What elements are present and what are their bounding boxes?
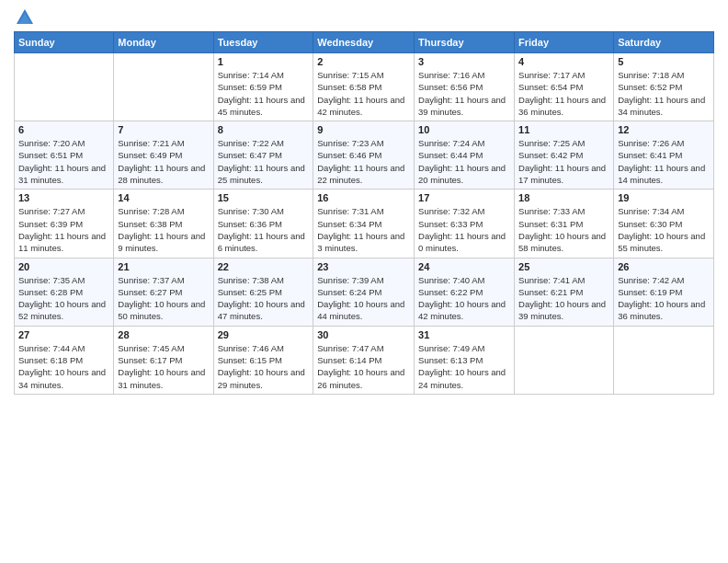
- day-number: 18: [518, 192, 609, 203]
- day-number: 9: [317, 124, 410, 135]
- col-friday: Friday: [515, 32, 614, 53]
- day-info: Sunrise: 7:46 AM Sunset: 6:15 PM Dayligh…: [218, 342, 310, 391]
- page-container: Sunday Monday Tuesday Wednesday Thursday…: [0, 0, 728, 399]
- calendar-cell: 13Sunrise: 7:27 AM Sunset: 6:39 PM Dayli…: [15, 190, 114, 258]
- day-info: Sunrise: 7:31 AM Sunset: 6:34 PM Dayligh…: [317, 205, 410, 254]
- calendar-cell: 12Sunrise: 7:26 AM Sunset: 6:41 PM Dayli…: [614, 121, 714, 190]
- calendar-cell: 14Sunrise: 7:28 AM Sunset: 6:38 PM Dayli…: [114, 190, 213, 258]
- day-info: Sunrise: 7:30 AM Sunset: 6:36 PM Dayligh…: [218, 205, 310, 254]
- day-info: Sunrise: 7:22 AM Sunset: 6:47 PM Dayligh…: [218, 137, 310, 186]
- day-number: 16: [317, 192, 410, 203]
- header: [14, 9, 714, 24]
- day-number: 28: [118, 329, 209, 340]
- calendar-week-row: 13Sunrise: 7:27 AM Sunset: 6:39 PM Dayli…: [15, 190, 714, 258]
- day-number: 26: [618, 261, 710, 272]
- calendar-cell: 5Sunrise: 7:18 AM Sunset: 6:52 PM Daylig…: [614, 53, 714, 121]
- day-number: 8: [218, 124, 310, 135]
- day-number: 24: [418, 261, 510, 272]
- calendar-cell: 2Sunrise: 7:15 AM Sunset: 6:58 PM Daylig…: [313, 53, 415, 121]
- day-number: 5: [618, 56, 710, 67]
- day-info: Sunrise: 7:24 AM Sunset: 6:44 PM Dayligh…: [418, 137, 510, 186]
- calendar-week-row: 1Sunrise: 7:14 AM Sunset: 6:59 PM Daylig…: [15, 53, 714, 121]
- day-info: Sunrise: 7:47 AM Sunset: 6:14 PM Dayligh…: [317, 342, 410, 391]
- day-info: Sunrise: 7:34 AM Sunset: 6:30 PM Dayligh…: [618, 205, 710, 254]
- day-number: 1: [218, 56, 310, 67]
- calendar-cell: 15Sunrise: 7:30 AM Sunset: 6:36 PM Dayli…: [213, 190, 313, 258]
- day-info: Sunrise: 7:45 AM Sunset: 6:17 PM Dayligh…: [118, 342, 209, 391]
- day-info: Sunrise: 7:23 AM Sunset: 6:46 PM Dayligh…: [317, 137, 410, 186]
- day-number: 22: [218, 261, 310, 272]
- calendar-cell: 8Sunrise: 7:22 AM Sunset: 6:47 PM Daylig…: [213, 121, 313, 190]
- day-info: Sunrise: 7:40 AM Sunset: 6:22 PM Dayligh…: [418, 274, 510, 323]
- day-number: 31: [418, 329, 510, 340]
- day-info: Sunrise: 7:28 AM Sunset: 6:38 PM Dayligh…: [118, 205, 209, 254]
- day-info: Sunrise: 7:25 AM Sunset: 6:42 PM Dayligh…: [518, 137, 609, 186]
- day-info: Sunrise: 7:39 AM Sunset: 6:24 PM Dayligh…: [317, 274, 410, 323]
- day-info: Sunrise: 7:37 AM Sunset: 6:27 PM Dayligh…: [118, 274, 209, 323]
- day-number: 3: [418, 56, 510, 67]
- day-info: Sunrise: 7:32 AM Sunset: 6:33 PM Dayligh…: [418, 205, 510, 254]
- calendar-cell: 16Sunrise: 7:31 AM Sunset: 6:34 PM Dayli…: [313, 190, 415, 258]
- day-number: 15: [218, 192, 310, 203]
- day-info: Sunrise: 7:44 AM Sunset: 6:18 PM Dayligh…: [18, 342, 109, 391]
- day-number: 21: [118, 261, 209, 272]
- day-number: 17: [418, 192, 510, 203]
- day-info: Sunrise: 7:21 AM Sunset: 6:49 PM Dayligh…: [118, 137, 209, 186]
- calendar-table: Sunday Monday Tuesday Wednesday Thursday…: [14, 31, 714, 395]
- day-number: 23: [317, 261, 410, 272]
- calendar-cell: 11Sunrise: 7:25 AM Sunset: 6:42 PM Dayli…: [515, 121, 614, 190]
- col-monday: Monday: [114, 32, 213, 53]
- day-number: 10: [418, 124, 510, 135]
- day-info: Sunrise: 7:33 AM Sunset: 6:31 PM Dayligh…: [518, 205, 609, 254]
- calendar-cell: [515, 326, 614, 394]
- day-info: Sunrise: 7:16 AM Sunset: 6:56 PM Dayligh…: [418, 69, 510, 118]
- col-thursday: Thursday: [415, 32, 515, 53]
- day-number: 2: [317, 56, 410, 67]
- calendar-cell: 26Sunrise: 7:42 AM Sunset: 6:19 PM Dayli…: [614, 258, 714, 326]
- logo-icon: [15, 7, 35, 28]
- calendar-cell: 6Sunrise: 7:20 AM Sunset: 6:51 PM Daylig…: [15, 121, 114, 190]
- calendar-cell: 28Sunrise: 7:45 AM Sunset: 6:17 PM Dayli…: [114, 326, 213, 394]
- day-info: Sunrise: 7:14 AM Sunset: 6:59 PM Dayligh…: [218, 69, 310, 118]
- calendar-week-row: 20Sunrise: 7:35 AM Sunset: 6:28 PM Dayli…: [15, 258, 714, 326]
- day-number: 25: [518, 261, 609, 272]
- day-info: Sunrise: 7:15 AM Sunset: 6:58 PM Dayligh…: [317, 69, 410, 118]
- day-info: Sunrise: 7:26 AM Sunset: 6:41 PM Dayligh…: [618, 137, 710, 186]
- calendar-cell: 25Sunrise: 7:41 AM Sunset: 6:21 PM Dayli…: [515, 258, 614, 326]
- calendar-cell: 22Sunrise: 7:38 AM Sunset: 6:25 PM Dayli…: [213, 258, 313, 326]
- day-info: Sunrise: 7:35 AM Sunset: 6:28 PM Dayligh…: [18, 274, 109, 323]
- calendar-cell: 17Sunrise: 7:32 AM Sunset: 6:33 PM Dayli…: [415, 190, 515, 258]
- calendar-cell: [114, 53, 213, 121]
- day-info: Sunrise: 7:18 AM Sunset: 6:52 PM Dayligh…: [618, 69, 710, 118]
- day-number: 13: [18, 192, 109, 203]
- day-number: 19: [618, 192, 710, 203]
- calendar-week-row: 6Sunrise: 7:20 AM Sunset: 6:51 PM Daylig…: [15, 121, 714, 190]
- calendar-cell: 29Sunrise: 7:46 AM Sunset: 6:15 PM Dayli…: [213, 326, 313, 394]
- day-info: Sunrise: 7:41 AM Sunset: 6:21 PM Dayligh…: [518, 274, 609, 323]
- day-info: Sunrise: 7:27 AM Sunset: 6:39 PM Dayligh…: [18, 205, 109, 254]
- calendar-cell: 1Sunrise: 7:14 AM Sunset: 6:59 PM Daylig…: [213, 53, 313, 121]
- calendar-cell: [614, 326, 714, 394]
- calendar-cell: 21Sunrise: 7:37 AM Sunset: 6:27 PM Dayli…: [114, 258, 213, 326]
- calendar-cell: 20Sunrise: 7:35 AM Sunset: 6:28 PM Dayli…: [15, 258, 114, 326]
- col-tuesday: Tuesday: [213, 32, 313, 53]
- calendar-cell: 9Sunrise: 7:23 AM Sunset: 6:46 PM Daylig…: [313, 121, 415, 190]
- day-number: 29: [218, 329, 310, 340]
- day-number: 11: [518, 124, 609, 135]
- calendar-cell: 18Sunrise: 7:33 AM Sunset: 6:31 PM Dayli…: [515, 190, 614, 258]
- calendar-cell: 7Sunrise: 7:21 AM Sunset: 6:49 PM Daylig…: [114, 121, 213, 190]
- calendar-cell: 24Sunrise: 7:40 AM Sunset: 6:22 PM Dayli…: [415, 258, 515, 326]
- day-info: Sunrise: 7:42 AM Sunset: 6:19 PM Dayligh…: [618, 274, 710, 323]
- day-info: Sunrise: 7:38 AM Sunset: 6:25 PM Dayligh…: [218, 274, 310, 323]
- calendar-cell: 27Sunrise: 7:44 AM Sunset: 6:18 PM Dayli…: [15, 326, 114, 394]
- day-number: 27: [18, 329, 109, 340]
- calendar-cell: 10Sunrise: 7:24 AM Sunset: 6:44 PM Dayli…: [415, 121, 515, 190]
- day-number: 14: [118, 192, 209, 203]
- day-number: 30: [317, 329, 410, 340]
- day-number: 6: [18, 124, 109, 135]
- col-saturday: Saturday: [614, 32, 714, 53]
- calendar-cell: 19Sunrise: 7:34 AM Sunset: 6:30 PM Dayli…: [614, 190, 714, 258]
- calendar-cell: 4Sunrise: 7:17 AM Sunset: 6:54 PM Daylig…: [515, 53, 614, 121]
- calendar-cell: 3Sunrise: 7:16 AM Sunset: 6:56 PM Daylig…: [415, 53, 515, 121]
- day-number: 7: [118, 124, 209, 135]
